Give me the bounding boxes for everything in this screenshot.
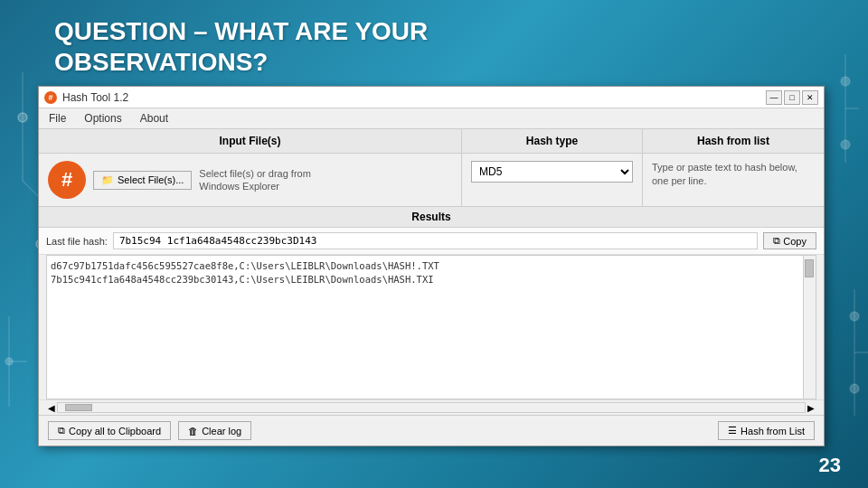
main-content: # 📁 Select File(s)... Select file(s) or … — [39, 154, 824, 206]
copy-all-icon: ⧉ — [58, 425, 65, 436]
hash-type-header: Hash type — [462, 129, 643, 153]
last-hash-value: 7b15c94 1cf1a648a4548cc239bc3D143 — [113, 232, 758, 249]
input-file-section: # 📁 Select File(s)... Select file(s) or … — [39, 154, 462, 206]
hash-type-section: MD5 SHA1 SHA256 — [462, 154, 643, 206]
maximize-button[interactable]: □ — [784, 90, 800, 105]
hash-from-list-placeholder: Type or paste text to hash below, one pe… — [652, 162, 797, 186]
hash-from-list-section: Type or paste text to hash below, one pe… — [643, 154, 824, 206]
svg-point-14 — [850, 312, 859, 321]
horizontal-scrollbar[interactable] — [57, 402, 806, 413]
menu-bar: File Options About — [39, 108, 824, 129]
page-number: 23 — [819, 454, 841, 477]
menu-options[interactable]: Options — [81, 111, 124, 126]
clear-log-button[interactable]: 🗑 Clear log — [178, 421, 251, 440]
input-files-header: Input File(s) — [39, 129, 462, 153]
last-hash-label: Last file hash: — [46, 236, 108, 247]
bottom-bar: ⧉ Copy all to Clipboard 🗑 Clear log ☰ Ha… — [39, 415, 824, 446]
vertical-scrollbar[interactable] — [803, 256, 816, 399]
last-hash-row: Last file hash: 7b15c94 1cf1a648a4548cc2… — [39, 228, 824, 255]
hash-tool-window: # Hash Tool 1.2 — □ ✕ File Options About… — [38, 86, 825, 446]
hash-from-list-button[interactable]: ☰ Hash from List — [718, 421, 815, 440]
window-controls: — □ ✕ — [766, 90, 818, 105]
close-button[interactable]: ✕ — [802, 90, 818, 105]
svg-point-11 — [841, 140, 850, 149]
folder-icon: 📁 — [101, 174, 114, 186]
scrollbar-thumb[interactable] — [805, 259, 814, 277]
file-row: # 📁 Select File(s)... Select file(s) or … — [48, 161, 452, 199]
window-title: Hash Tool 1.2 — [62, 91, 128, 104]
select-file-button[interactable]: 📁 Select File(s)... — [93, 171, 192, 190]
trash-icon: 🗑 — [188, 426, 198, 436]
scroll-right-btn[interactable]: ▶ — [806, 403, 816, 413]
menu-about[interactable]: About — [137, 111, 171, 126]
svg-point-7 — [5, 358, 13, 365]
copy-all-button[interactable]: ⧉ Copy all to Clipboard — [48, 421, 171, 440]
hash-from-list-header: Hash from list — [643, 129, 824, 153]
h-scrollbar-thumb[interactable] — [65, 404, 92, 411]
svg-point-3 — [18, 113, 27, 122]
menu-file[interactable]: File — [46, 111, 69, 126]
hash-logo: # — [48, 161, 86, 199]
h-scroll-row: ◀ ▶ — [39, 399, 824, 415]
svg-point-15 — [850, 384, 859, 393]
hash-type-select[interactable]: MD5 SHA1 SHA256 — [471, 161, 633, 183]
results-header: Results — [39, 206, 824, 228]
copy-icon: ⧉ — [773, 235, 780, 247]
title-bar: # Hash Tool 1.2 — □ ✕ — [39, 87, 824, 108]
results-text: d67c97b1751dafc456c595527cae8f8e,C:\User… — [51, 259, 803, 286]
scroll-left-btn[interactable]: ◀ — [46, 403, 57, 413]
svg-point-10 — [841, 77, 850, 86]
bottom-left-buttons: ⧉ Copy all to Clipboard 🗑 Clear log — [48, 421, 251, 440]
app-icon: # — [44, 91, 57, 104]
results-container: d67c97b1751dafc456c595527cae8f8e,C:\User… — [46, 255, 816, 399]
minimize-button[interactable]: — — [766, 90, 782, 105]
list-icon: ☰ — [728, 425, 737, 436]
column-headers: Input File(s) Hash type Hash from list — [39, 129, 824, 154]
slide-title: QUESTION – WHAT ARE YOUR OBSERVATIONS? — [54, 16, 428, 77]
copy-hash-button[interactable]: ⧉ Copy — [763, 232, 816, 249]
drag-text: Select file(s) or drag fromWindows Explo… — [199, 167, 310, 193]
